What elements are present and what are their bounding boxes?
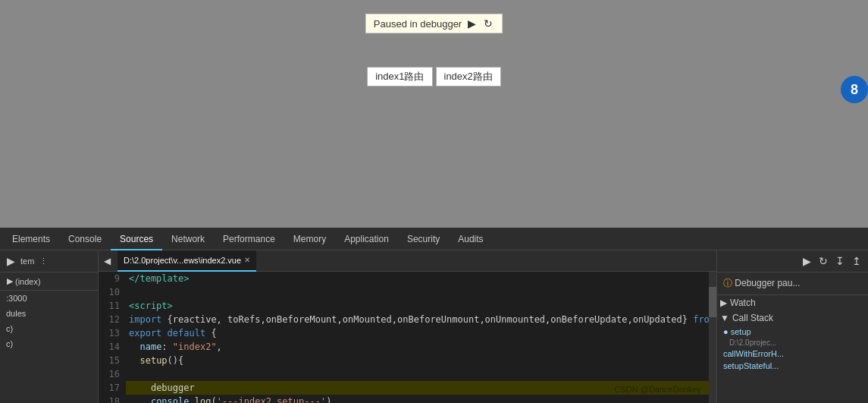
route-buttons: index1路由 index2路由 bbox=[367, 67, 501, 87]
tab-application[interactable]: Application bbox=[335, 228, 398, 250]
debugger-banner-text: Paused in debugger bbox=[374, 18, 462, 30]
tab-audits[interactable]: Audits bbox=[449, 228, 492, 250]
debugger-paused-label: ⓘ Debugger pau... bbox=[717, 272, 868, 295]
resume-button[interactable]: ▶ bbox=[466, 17, 478, 30]
debugger-paused-text: Debugger pau... bbox=[735, 278, 800, 288]
watch-section-header[interactable]: ▶ Watch bbox=[717, 295, 868, 310]
right-panel-toolbar: ▶ ↻ ↧ ↥ bbox=[717, 250, 868, 272]
file-tab-path: D:\2.0project\v...ews\index2.vue bbox=[124, 256, 241, 265]
devtools-main: ▶ tem ⋮ ▶ (index) :3000 dules c) c) ◀ D:… bbox=[0, 250, 868, 403]
preview-area: Paused in debugger ▶ ↻ index1路由 index2路由… bbox=[0, 0, 868, 228]
tab-sources[interactable]: Sources bbox=[111, 228, 162, 250]
sidebar-item-c2[interactable]: c) bbox=[0, 336, 98, 351]
watermark: CSDN @DanceDonkey bbox=[615, 385, 702, 394]
call-stack-section-header[interactable]: ▼ Call Stack bbox=[717, 310, 868, 326]
file-tab-bar: ◀ D:\2.0project\v...ews\index2.vue ✕ bbox=[99, 250, 716, 272]
devtools-left-sidebar: ▶ tem ⋮ ▶ (index) :3000 dules c) c) bbox=[0, 250, 99, 403]
sidebar-item-3000[interactable]: :3000 bbox=[0, 291, 98, 306]
code-line-16 bbox=[126, 367, 709, 381]
file-back-icon[interactable]: ◀ bbox=[102, 254, 113, 268]
sidebar-label: tem bbox=[20, 257, 34, 266]
call-stack-item-setup[interactable]: ● setup bbox=[717, 326, 868, 338]
step-into-btn[interactable]: ↧ bbox=[833, 253, 847, 269]
code-content: 9 10 11 12 13 14 15 16 17 18 19 20 bbox=[99, 272, 716, 403]
step-out-btn[interactable]: ↥ bbox=[850, 253, 863, 269]
code-lines: </template> <script> import {reactive, t… bbox=[126, 272, 709, 403]
step-over-button[interactable]: ↻ bbox=[482, 17, 494, 30]
sidebar-toggle-btn[interactable]: ▶ bbox=[5, 253, 17, 269]
devtools-tab-bar: Elements Console Sources Network Perform… bbox=[0, 228, 868, 250]
call-stack-item-setupstateful[interactable]: setupStateful... bbox=[717, 360, 868, 372]
tab-console[interactable]: Console bbox=[59, 228, 111, 250]
tab-elements[interactable]: Elements bbox=[3, 228, 59, 250]
code-line-9: </template> bbox=[126, 272, 709, 285]
call-stack-label: Call Stack bbox=[732, 313, 773, 323]
expand-icon[interactable]: ▶ bbox=[5, 275, 15, 288]
code-line-12: import {reactive, toRefs,onBeforeMount,o… bbox=[126, 313, 709, 326]
call-stack-sub-path: D:\2.0projec... bbox=[717, 338, 868, 348]
index-label: (index) bbox=[15, 277, 41, 286]
sidebar-item-dules[interactable]: dules bbox=[0, 306, 98, 321]
file-tab-close-icon[interactable]: ✕ bbox=[244, 256, 250, 264]
scrollbar-thumb[interactable] bbox=[709, 287, 716, 317]
code-line-15: setup(){ bbox=[126, 354, 709, 367]
tab-security[interactable]: Security bbox=[398, 228, 449, 250]
code-line-13: export default { bbox=[126, 326, 709, 340]
debugger-banner: Paused in debugger ▶ ↻ bbox=[365, 14, 503, 33]
watch-arrow-icon: ▶ bbox=[720, 298, 727, 308]
route-btn-1[interactable]: index1路由 bbox=[367, 67, 432, 87]
call-stack-arrow-icon: ▼ bbox=[720, 313, 729, 323]
route-btn-2[interactable]: index2路由 bbox=[436, 67, 501, 87]
sidebar-top-bar: ▶ tem ⋮ bbox=[0, 250, 98, 272]
watch-label: Watch bbox=[730, 298, 756, 308]
resume-script-btn[interactable]: ▶ bbox=[801, 253, 813, 269]
code-line-11: <script> bbox=[126, 299, 709, 313]
line-numbers: 9 10 11 12 13 14 15 16 17 18 19 20 bbox=[99, 272, 126, 403]
step-over-btn[interactable]: ↻ bbox=[816, 253, 830, 269]
sidebar-icons: ⋮ bbox=[37, 255, 50, 268]
vertical-scrollbar[interactable] bbox=[709, 272, 716, 403]
right-panel: ▶ ↻ ↧ ↥ ⓘ Debugger pau... ▶ Watch ▼ Call… bbox=[716, 250, 868, 403]
code-line-18: console.log('---index2 setup---') bbox=[126, 395, 709, 403]
tab-memory[interactable]: Memory bbox=[284, 228, 335, 250]
file-tab-index2[interactable]: D:\2.0project\v...ews\index2.vue ✕ bbox=[118, 250, 256, 272]
notification-badge: 8 bbox=[841, 76, 868, 103]
tab-performance[interactable]: Performance bbox=[214, 228, 284, 250]
code-editor: 9 10 11 12 13 14 15 16 17 18 19 20 bbox=[99, 272, 716, 403]
code-line-14: name: "index2", bbox=[126, 340, 709, 354]
sidebar-icon-btn[interactable]: ⋮ bbox=[37, 255, 50, 268]
devtools-panel: Elements Console Sources Network Perform… bbox=[0, 228, 868, 403]
tab-network[interactable]: Network bbox=[162, 228, 214, 250]
call-stack-item-callwitherror[interactable]: callWithErrorH... bbox=[717, 348, 868, 360]
center-panel: ◀ D:\2.0project\v...ews\index2.vue ✕ 9 1… bbox=[99, 250, 716, 403]
code-line-10 bbox=[126, 285, 709, 299]
sidebar-item-c1[interactable]: c) bbox=[0, 321, 98, 336]
